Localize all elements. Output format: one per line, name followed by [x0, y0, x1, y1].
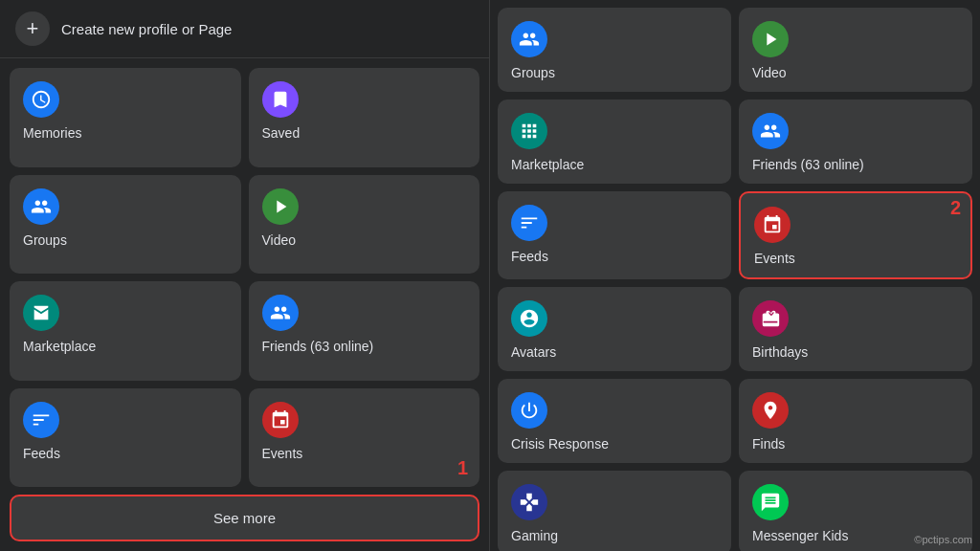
saved-label: Saved: [262, 125, 301, 141]
r-messenger-kids-icon: [752, 484, 789, 520]
r-crisis-label: Crisis Response: [511, 436, 609, 452]
r-finds-label: Finds: [752, 436, 785, 452]
r-marketplace-icon: [511, 113, 547, 149]
right-menu-grid: Groups Video Marketplace Friends (63 onl…: [498, 8, 972, 551]
feeds-icon: [23, 402, 59, 438]
left-panel: + Create new profile or Page Memories Sa…: [0, 0, 490, 551]
badge-1: 1: [457, 457, 468, 479]
left-item-memories[interactable]: Memories: [10, 68, 241, 167]
watermark: ©pctips.com: [914, 534, 972, 545]
marketplace-icon: [23, 295, 59, 331]
create-header-button[interactable]: + Create new profile or Page: [0, 0, 489, 58]
r-video-label: Video: [752, 65, 787, 80]
r-groups-icon: [511, 21, 547, 57]
groups-label: Groups: [23, 232, 67, 248]
left-item-saved[interactable]: Saved: [249, 68, 480, 167]
feeds-label: Feeds: [23, 446, 60, 461]
right-item-gaming[interactable]: Gaming: [498, 471, 731, 551]
right-item-feeds[interactable]: Feeds: [498, 191, 731, 279]
r-events-icon: [754, 207, 791, 243]
right-item-birthdays[interactable]: Birthdays: [739, 287, 972, 371]
r-crisis-icon: [511, 392, 547, 429]
r-friends-icon: [752, 113, 789, 149]
r-messenger-kids-label: Messenger Kids: [752, 528, 848, 543]
right-item-marketplace[interactable]: Marketplace: [498, 99, 731, 184]
see-more-button[interactable]: See more: [10, 495, 479, 541]
video-icon: [262, 188, 299, 225]
left-item-feeds[interactable]: Feeds: [10, 388, 241, 488]
left-menu-grid: Memories Saved Groups Video: [0, 58, 489, 495]
marketplace-label: Marketplace: [23, 339, 96, 354]
right-panel: Groups Video Marketplace Friends (63 onl…: [490, 0, 980, 551]
right-item-avatars[interactable]: Avatars: [498, 287, 731, 371]
right-item-friends[interactable]: Friends (63 online): [739, 99, 972, 184]
friends-icon: [262, 295, 299, 331]
r-gaming-icon: [511, 484, 547, 520]
right-item-events[interactable]: Events 2: [739, 191, 972, 279]
badge-2: 2: [950, 197, 961, 219]
r-finds-icon: [752, 392, 789, 429]
right-item-video[interactable]: Video: [739, 8, 972, 92]
events-label: Events: [262, 446, 303, 461]
r-avatars-label: Avatars: [511, 344, 556, 360]
r-birthdays-label: Birthdays: [752, 344, 808, 360]
friends-label: Friends (63 online): [262, 339, 374, 354]
left-item-events[interactable]: Events 1: [249, 388, 480, 488]
right-item-groups[interactable]: Groups: [498, 8, 731, 92]
left-item-marketplace[interactable]: Marketplace: [10, 281, 241, 381]
memories-label: Memories: [23, 125, 81, 141]
r-gaming-label: Gaming: [511, 528, 558, 543]
left-item-friends[interactable]: Friends (63 online): [249, 281, 480, 381]
video-label: Video: [262, 232, 297, 248]
right-item-crisis[interactable]: Crisis Response: [498, 379, 731, 463]
r-birthdays-icon: [752, 300, 789, 337]
saved-icon: [262, 81, 299, 118]
events-icon: [262, 402, 299, 438]
r-marketplace-label: Marketplace: [511, 157, 584, 172]
memories-icon: [23, 81, 59, 118]
left-item-video[interactable]: Video: [249, 175, 480, 275]
r-feeds-label: Feeds: [511, 249, 548, 264]
left-item-groups[interactable]: Groups: [10, 175, 241, 275]
r-groups-label: Groups: [511, 65, 555, 80]
right-item-finds[interactable]: Finds: [739, 379, 972, 463]
r-events-label: Events: [754, 251, 795, 266]
r-avatars-icon: [511, 300, 547, 337]
r-video-icon: [752, 21, 789, 57]
r-feeds-icon: [511, 205, 547, 241]
groups-icon: [23, 188, 59, 225]
create-header-label: Create new profile or Page: [61, 21, 232, 37]
r-friends-label: Friends (63 online): [752, 157, 864, 172]
plus-circle-icon: +: [15, 11, 50, 46]
